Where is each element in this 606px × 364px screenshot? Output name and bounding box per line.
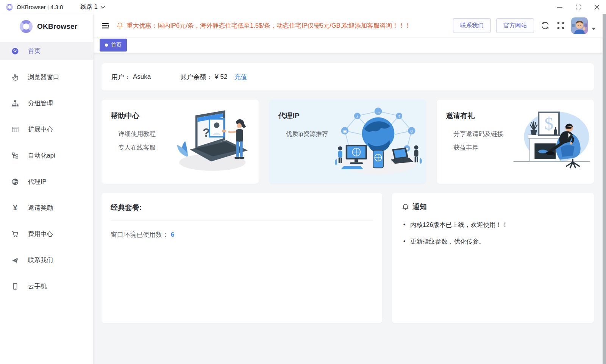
sidebar-item-invite-rewards[interactable]: ¥ 邀请奖励	[0, 199, 93, 217]
notice-bell-icon	[402, 203, 409, 211]
usage-label: 窗口环境已使用数：	[111, 231, 169, 238]
scrollbar[interactable]	[603, 14, 606, 364]
dashboard-icon	[11, 47, 19, 55]
flow-icon	[11, 152, 19, 159]
minimize-icon	[557, 5, 562, 10]
avatar-image	[571, 17, 588, 34]
main-area: 重大优惠：国内IP6元/条，海外静态住宅低至1.5$/条，动态住宅IP仅需5元/…	[94, 14, 603, 364]
sidebar-item-billing-center[interactable]: 费用中心	[0, 225, 93, 243]
announcement-bar: 重大优惠：国内IP6元/条，海外静态住宅低至1.5$/条，动态住宅IP仅需5元/…	[116, 22, 448, 30]
svg-text:☺: ☺	[409, 129, 414, 133]
sitemap-icon	[11, 100, 19, 107]
pointer-icon	[11, 73, 19, 81]
avatar-dropdown-caret-icon[interactable]	[592, 28, 596, 30]
sidebar-item-automation-api[interactable]: 自动化api	[0, 147, 93, 165]
classic-package-card: 经典套餐: 窗口环境已使用数：6	[102, 193, 382, 323]
tab-home[interactable]: 首页	[100, 39, 127, 52]
notice-title: 通知	[412, 202, 427, 212]
help-center-card[interactable]: 帮助中心 详细使用教程 专人在线客服 ?	[102, 100, 259, 184]
brand-logo-icon	[20, 20, 33, 33]
phone-icon	[11, 283, 19, 290]
tab-home-label: 首页	[111, 42, 122, 48]
titlebar: OKBrowser | 4.3.8 线路 1	[0, 0, 606, 14]
sidebar-item-contact-us[interactable]: 联系我们	[0, 251, 93, 269]
refresh-icon[interactable]	[541, 21, 550, 30]
user-avatar[interactable]	[571, 17, 588, 34]
invite-reward-illustration: $	[511, 105, 592, 177]
username: Asuka	[133, 73, 151, 81]
svg-text:…: …	[376, 109, 380, 114]
sidebar-item-label: 扩展中心	[28, 125, 53, 134]
grid-icon	[11, 126, 19, 133]
classic-package-title: 经典套餐:	[111, 203, 373, 212]
close-icon	[594, 5, 600, 10]
maximize-button[interactable]	[569, 0, 587, 14]
sidebar-nav: 首页 浏览器窗口 分组管理 扩展中心	[0, 42, 93, 295]
svg-text:♪: ♪	[356, 114, 359, 119]
sidebar-item-label: 联系我们	[28, 256, 53, 264]
balance-value: ¥ 52	[215, 73, 227, 81]
announcement-bell-icon	[116, 22, 123, 29]
balance-label: 账户余额：	[180, 73, 212, 81]
sidebar-item-group-management[interactable]: 分组管理	[0, 94, 93, 112]
proxy-ip-card[interactable]: 代理IP 优质ip资源推荐 …♪f▣☺$♥	[269, 100, 426, 184]
close-button[interactable]	[587, 0, 606, 14]
line-selector-dropdown[interactable]: 线路 1	[80, 3, 105, 11]
send-icon	[11, 256, 19, 264]
sidebar-item-browser-windows[interactable]: 浏览器窗口	[0, 68, 93, 86]
notice-card: 通知 内核126版本已上线，欢迎使用！！ 更新指纹参数，优化传参。	[392, 193, 594, 323]
content-area: 用户： Asuka 账户余额： ¥ 52 充值 帮助中心 详细使用教程 专人在线…	[94, 53, 603, 364]
official-website-button[interactable]: 官方网站	[496, 18, 534, 33]
divider	[111, 220, 373, 220]
sidebar-item-proxy-ip[interactable]: 代理IP	[0, 173, 93, 191]
account-balance: 账户余额： ¥ 52 充值	[180, 73, 247, 81]
svg-text:▣: ▣	[343, 129, 347, 133]
notice-item: 更新指纹参数，优化传参。	[402, 237, 584, 246]
yen-icon: ¥	[11, 204, 19, 212]
app-logo-icon	[6, 4, 13, 11]
sidebar-item-label: 费用中心	[28, 230, 53, 238]
tab-bar: 首页	[94, 37, 603, 53]
help-center-illustration: ?	[172, 105, 257, 179]
window-controls	[550, 0, 606, 14]
account-user: 用户： Asuka	[111, 73, 151, 81]
line-selector-label: 线路 1	[80, 3, 97, 11]
usage-value: 6	[171, 231, 174, 238]
sidebar-item-label: 首页	[28, 47, 41, 55]
account-card: 用户： Asuka 账户余额： ¥ 52 充值	[102, 63, 594, 91]
sidebar-item-label: 代理IP	[28, 178, 47, 186]
app-title: OKBrowser | 4.3.8	[17, 4, 63, 10]
window-env-usage: 窗口环境已使用数：6	[111, 230, 373, 239]
sidebar-item-label: 邀请奖励	[28, 204, 53, 212]
chevron-down-icon	[100, 6, 105, 9]
svg-text:f: f	[398, 114, 400, 119]
sidebar-item-extension-center[interactable]: 扩展中心	[0, 120, 93, 139]
notice-item: 内核126版本已上线，欢迎使用！！	[402, 221, 584, 229]
announcement-text: 重大优惠：国内IP6元/条，海外静态住宅低至1.5$/条，动态住宅IP仅需5元/…	[127, 22, 411, 30]
fullscreen-icon[interactable]	[556, 21, 565, 30]
feature-cards-row: 帮助中心 详细使用教程 专人在线客服 ?	[102, 100, 594, 184]
svg-text:$: $	[544, 114, 553, 133]
proxy-ip-illustration: …♪f▣☺$♥	[332, 105, 425, 181]
sidebar-item-label: 浏览器窗口	[28, 73, 59, 81]
user-label: 用户：	[111, 73, 131, 81]
globe-icon	[11, 178, 19, 186]
invite-reward-card[interactable]: 邀请有礼 分享邀请码及链接 获益丰厚 $	[437, 100, 594, 184]
maximize-icon	[575, 4, 581, 10]
sidebar-item-label: 分组管理	[28, 99, 53, 108]
notice-list: 内核126版本已上线，欢迎使用！！ 更新指纹参数，优化传参。	[402, 221, 584, 246]
sidebar-item-cloud-phone[interactable]: 云手机	[0, 277, 93, 295]
sidebar-item-home[interactable]: 首页	[0, 42, 93, 60]
menu-fold-icon[interactable]	[101, 22, 109, 30]
sidebar-brand: OKBrowser	[0, 14, 93, 40]
sidebar-item-label: 云手机	[28, 282, 47, 291]
sidebar-item-label: 自动化api	[28, 152, 55, 160]
contact-us-button[interactable]: 联系我们	[453, 18, 491, 33]
sidebar: OKBrowser 首页 浏览器窗口 分组管理	[0, 14, 94, 364]
tab-active-dot-icon	[105, 44, 108, 47]
minimize-button[interactable]	[550, 0, 569, 14]
main-header: 重大优惠：国内IP6元/条，海外静态住宅低至1.5$/条，动态住宅IP仅需5元/…	[94, 14, 603, 37]
recharge-link[interactable]: 充值	[234, 73, 247, 81]
notice-header: 通知	[402, 202, 584, 212]
brand-name: OKBrowser	[37, 22, 77, 31]
